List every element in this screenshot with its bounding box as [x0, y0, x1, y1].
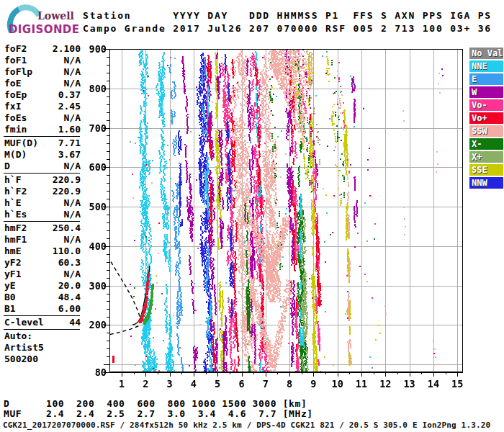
ionogram-screen: Lowell DIGISONDE Station YYYY DAY DDD HH… [0, 0, 504, 432]
legend-item-nnw: NNW [469, 177, 503, 189]
parameter-panel: foF22.100foF1N/AfoFlpN/AfoEN/AfoEp0.37fx… [4, 43, 81, 365]
param-row-yf2: yF260.3 [4, 257, 81, 269]
param-row-yf1: yF1N/A [4, 269, 81, 280]
y-tick-label: 500 [84, 202, 107, 212]
x-tick-label: 3 [161, 379, 179, 389]
param-row-fof1: foF1N/A [4, 55, 81, 66]
legend-item-vo-: Vo- [469, 99, 503, 111]
y-tick-label: 600 [84, 162, 107, 172]
ionogram-plot [94, 43, 469, 383]
x-tick-label: 15 [448, 379, 467, 389]
param-row-clevel: C-level44 [4, 317, 81, 328]
x-tick-label: 9 [304, 379, 323, 389]
param-row-foflp: foFlpN/A [4, 66, 81, 78]
x-tick-label: 14 [424, 379, 443, 389]
param-row-hme: hmE110.0 [4, 246, 81, 257]
param-row-fxi: fxI2.45 [4, 101, 81, 112]
param-row-hmf2: hmF2250.4 [4, 222, 81, 234]
legend-item-x-: X- [469, 138, 503, 150]
x-tick-label: 7 [256, 379, 275, 389]
param-row-hes: h`EsN/A [4, 209, 81, 220]
param-row-d: DN/A [4, 161, 81, 172]
param-row-foep: foEp0.37 [4, 89, 81, 101]
legend-item-noval: No Val [469, 48, 503, 59]
x-tick-label: 13 [400, 379, 419, 389]
legend-item-x+: X+ [469, 151, 503, 163]
legend-item-vo+: Vo+ [469, 112, 503, 124]
param-row-foe: foEN/A [4, 78, 81, 89]
param-row-500200: 500200 [4, 354, 81, 365]
x-tick-label: 4 [184, 379, 203, 389]
param-row-he: h`EN/A [4, 197, 81, 209]
param-row-hf2: h`F2220.9 [4, 186, 81, 197]
y-tick-label: 300 [84, 281, 107, 291]
x-tick-label: 5 [208, 379, 227, 389]
y-tick-label: 700 [84, 123, 107, 133]
legend-item-e: E [469, 73, 503, 85]
param-row-auto: Auto: [4, 330, 81, 342]
param-row-foes: foEsN/A [4, 112, 81, 124]
legend-item-ssw: SSW [469, 125, 503, 137]
y-tick-label: 200 [84, 320, 107, 330]
y-tick-label: 800 [84, 84, 107, 94]
echo-direction-legend: No ValNNEEWVo-Vo+SSWX-X+SSENNW [469, 48, 503, 190]
x-tick-label: 10 [328, 379, 347, 389]
param-row-hmf1: hmF1N/A [4, 234, 81, 246]
param-row-artist5: Artist5 [4, 342, 81, 354]
header-field-values: Campo Grande 2017 Jul26 207 070000 RSF 0… [83, 23, 492, 34]
x-tick-label: 12 [376, 379, 395, 389]
param-row-fof2: foF22.100 [4, 43, 81, 55]
x-tick-label: 8 [280, 379, 299, 389]
lowell-digisonde-logo: Lowell DIGISONDE [4, 3, 84, 39]
x-tick-label: 1 [112, 379, 131, 389]
y-tick-label: 900 [84, 44, 107, 54]
x-tick-label: 6 [233, 379, 251, 389]
legend-item-sse: SSE [469, 164, 503, 176]
muf-values-row: MUF 2.4 2.4 2.5 2.7 3.0 3.4 4.6 7.7 [MHz… [4, 408, 313, 419]
y-tick-label: 400 [84, 241, 107, 251]
muf-distance-row: D 100 200 400 600 800 1000 1500 3000 [km… [4, 398, 307, 409]
logo-digisonde-text: DIGISONDE [9, 23, 79, 36]
legend-item-nne: NNE [469, 60, 503, 72]
param-row-fmin: fmin1.60 [4, 124, 81, 135]
param-row-mufd: MUF(D)7.71 [4, 138, 81, 149]
header-field-labels: Station YYYY DAY DDD HHMMSS P1 FFS S AXN… [83, 10, 492, 21]
x-tick-label: 11 [352, 379, 371, 389]
param-row-hf: h`F220.9 [4, 174, 81, 186]
param-row-b1: B16.00 [4, 303, 81, 315]
y-tick-label: 80 [84, 367, 107, 377]
param-row-ye: yE20.0 [4, 280, 81, 292]
param-row-b0: B048.4 [4, 292, 81, 303]
legend-item-w: W [469, 86, 503, 98]
param-row-md: M(D)3.67 [4, 149, 81, 161]
x-tick-label: 2 [136, 379, 155, 389]
footer-info: CGK21_2017207070000.RSF / 284fx512h 50 k… [3, 420, 490, 430]
logo-lowell-text: Lowell [37, 10, 74, 22]
